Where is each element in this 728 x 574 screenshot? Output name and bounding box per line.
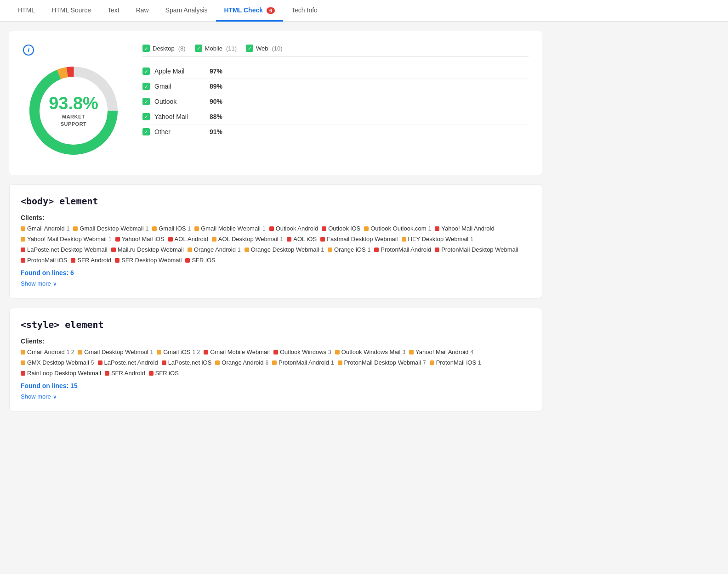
- client-name: LaPoste.net Android: [104, 359, 158, 366]
- client-dot: [78, 350, 82, 355]
- client-badge: HEY Desktop Webmail1: [402, 236, 473, 242]
- stat-check: ✓: [142, 128, 150, 135]
- tab-html[interactable]: HTML: [9, 0, 43, 22]
- client-name: Gmail Desktop Webmail: [80, 225, 143, 232]
- client-badge: Mail.ru Desktop Webmail: [111, 246, 184, 253]
- client-count: 4: [470, 349, 473, 355]
- client-name: Orange Android: [222, 359, 263, 366]
- top-section: i 93.8% MARKET SUPPORT: [9, 31, 542, 175]
- client-name: SFR iOS: [192, 257, 215, 264]
- category-desktop[interactable]: ✓ Desktop (8): [142, 45, 186, 52]
- client-badge: ProtonMail iOS1: [430, 359, 481, 366]
- body-show-more[interactable]: Show more: [21, 280, 57, 287]
- client-dot: [204, 350, 208, 355]
- client-dot: [21, 248, 25, 252]
- client-dot: [194, 226, 199, 231]
- client-badge: Orange Android1: [188, 246, 241, 253]
- tab-text[interactable]: Text: [99, 0, 128, 22]
- client-name: Gmail Mobile Webmail: [210, 349, 270, 355]
- stat-percent: 88%: [210, 113, 222, 120]
- client-badge: AOL iOS: [287, 236, 317, 242]
- donut-label1: MARKET: [49, 114, 98, 119]
- stat-percent: 91%: [210, 128, 222, 135]
- body-clients-label: Clients:: [21, 214, 44, 221]
- client-dot: [168, 237, 173, 242]
- client-name: SFR iOS: [155, 370, 179, 377]
- client-count: 1: [428, 225, 432, 232]
- client-count: 3: [402, 349, 405, 355]
- stat-name: Gmail: [154, 83, 210, 90]
- body-clients-row: Clients: Gmail Android1Gmail Desktop Web…: [21, 214, 531, 264]
- stat-name: Yahoo! Mail: [154, 113, 210, 120]
- category-mobile[interactable]: ✓ Mobile (11): [195, 45, 237, 52]
- stat-row: ✓ Yahoo! Mail 88%: [142, 109, 529, 124]
- client-badge: Yahoo! Mail iOS: [115, 236, 165, 242]
- client-badge: ProtonMail Android: [374, 246, 431, 253]
- style-show-more[interactable]: Show more: [21, 393, 57, 400]
- html-check-badge: 6: [267, 7, 275, 14]
- tab-raw[interactable]: Raw: [128, 0, 157, 22]
- stat-name: Other: [154, 128, 210, 135]
- client-name: Fastmail Desktop Webmail: [327, 236, 398, 242]
- client-badge: SFR Android: [105, 370, 145, 377]
- client-name: Yahoo! Mail Android: [415, 349, 468, 355]
- client-name: Outlook iOS: [328, 225, 360, 232]
- client-name: GMX Desktop Webmail: [27, 359, 89, 366]
- client-count: 7: [423, 360, 426, 366]
- client-name: AOL Android: [175, 236, 208, 242]
- client-dot: [269, 226, 274, 231]
- client-dot: [21, 258, 25, 263]
- client-badge: Gmail Mobile Webmail: [204, 349, 270, 355]
- client-dot: [185, 258, 190, 263]
- client-dot: [149, 371, 154, 376]
- client-dot: [272, 360, 277, 365]
- client-badge: Orange Desktop Webmail1: [245, 246, 324, 253]
- client-badge: Outlook Windows Mail3: [335, 349, 405, 355]
- client-badge: Gmail iOS1: [152, 225, 191, 232]
- client-name: Outlook Windows Mail: [341, 349, 401, 355]
- client-dot: [115, 258, 119, 263]
- client-dot: [322, 226, 326, 231]
- client-dot: [71, 258, 75, 263]
- tab-html-check[interactable]: HTML Check 6: [216, 0, 284, 22]
- client-name: SFR Android: [111, 370, 145, 377]
- stat-name: Outlook: [154, 98, 210, 105]
- client-name: Gmail Android: [27, 225, 65, 232]
- client-dot: [435, 248, 439, 252]
- stat-row: ✓ Other 91%: [142, 124, 529, 139]
- info-icon[interactable]: i: [23, 45, 34, 56]
- client-badge: Outlook Outlook.com1: [364, 225, 431, 232]
- category-web[interactable]: ✓ Web (10): [246, 45, 283, 52]
- client-name: Orange Desktop Webmail: [251, 246, 319, 253]
- client-badge: Gmail Mobile Webmail1: [194, 225, 265, 232]
- client-badge: ProtonMail Desktop Webmail7: [338, 359, 426, 366]
- client-name: LaPoste.net Desktop Webmail: [27, 246, 108, 253]
- client-name: HEY Desktop Webmail: [408, 236, 469, 242]
- tab-spam-analysis[interactable]: Spam Analysis: [157, 0, 216, 22]
- client-count: 1: [146, 225, 149, 232]
- category-tabs: ✓ Desktop (8) ✓ Mobile (11) ✓ Web (10): [142, 45, 529, 57]
- client-count: 1: [188, 225, 191, 232]
- tab-tech-info[interactable]: Tech Info: [283, 0, 326, 22]
- style-card-title: <style> element: [21, 319, 531, 330]
- client-count: 1: [108, 236, 112, 242]
- tab-html-source[interactable]: HTML Source: [43, 0, 99, 22]
- client-badge: Orange iOS1: [328, 246, 370, 253]
- client-dot: [21, 350, 25, 355]
- client-count: 1: [262, 225, 266, 232]
- client-badge: AOL Android: [168, 236, 208, 242]
- client-name: Mail.ru Desktop Webmail: [118, 246, 184, 253]
- client-name: ProtonMail Desktop Webmail: [441, 246, 518, 253]
- body-card-title: <body> element: [21, 196, 531, 207]
- client-badge: SFR Android: [71, 257, 111, 264]
- client-name: Gmail Mobile Webmail: [201, 225, 261, 232]
- body-element-card: <body> element Clients: Gmail Android1Gm…: [9, 184, 542, 298]
- stat-row: ✓ Outlook 90%: [142, 94, 529, 109]
- client-dot: [320, 237, 325, 242]
- stat-percent: 89%: [210, 83, 222, 90]
- client-name: SFR Android: [77, 257, 111, 264]
- client-dot: [115, 237, 120, 242]
- client-badge: LaPoste.net iOS: [162, 359, 212, 366]
- stat-rows: ✓ Apple Mail 97% ✓ Gmail 89% ✓ Outlook 9…: [142, 64, 529, 139]
- client-name: Gmail Desktop Webmail: [84, 349, 148, 355]
